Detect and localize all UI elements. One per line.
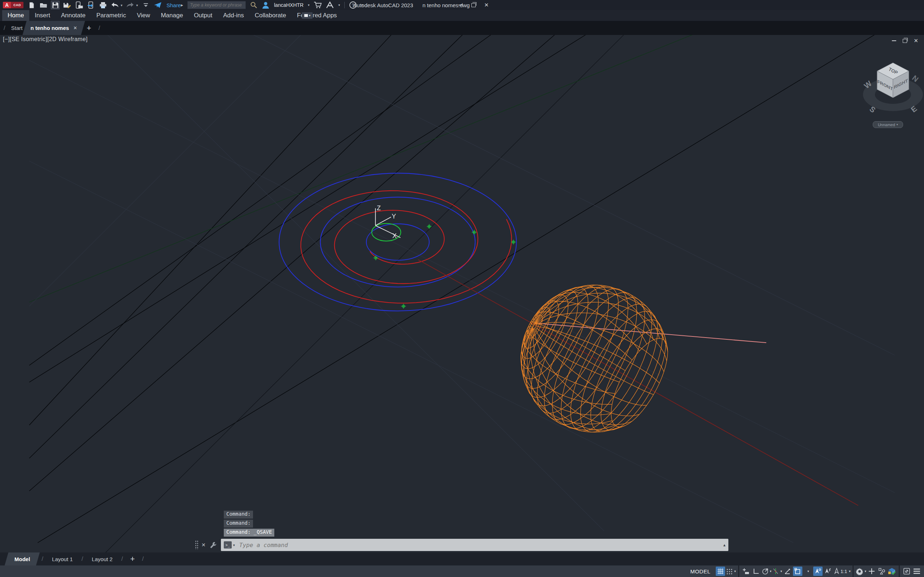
ribbon-tab-collaborate[interactable]: Collaborate (249, 10, 292, 21)
annotation-autoscale-icon (824, 567, 832, 575)
help-icon[interactable]: ? (349, 1, 357, 9)
save-button[interactable] (51, 1, 59, 9)
graphics-performance-button[interactable] (887, 567, 897, 576)
workspace-switching-button[interactable]: ▾ (856, 567, 866, 576)
tab-model[interactable]: Model (6, 553, 38, 566)
object-snap-toggle[interactable] (793, 567, 802, 576)
ribbon-tab-insert[interactable]: Insert (29, 10, 56, 21)
tab-layout2[interactable]: Layout 2 (87, 553, 118, 566)
quick-access-toolbar: A CAD ▾ ▾ (0, 1, 181, 9)
tab-separator: / (0, 24, 9, 32)
undo-button[interactable] (111, 1, 119, 9)
infer-constraints-toggle[interactable] (741, 567, 751, 576)
clean-screen-button[interactable] (902, 567, 911, 576)
share-button[interactable] (154, 1, 162, 9)
autodesk-dropdown[interactable]: ▾ (338, 3, 340, 7)
ribbon-tab-annotate[interactable]: Annotate (56, 10, 91, 21)
command-history-line: Command: (224, 511, 253, 519)
undo-dropdown[interactable]: ▾ (121, 3, 122, 7)
search-box[interactable] (187, 1, 246, 9)
customization-menu-button[interactable] (912, 567, 921, 576)
osnap-dropdown[interactable]: ▾ (803, 567, 813, 576)
file-tab-current[interactable]: n tenho nomes ✕ (24, 21, 83, 35)
share-label[interactable]: Share (166, 2, 181, 8)
ortho-toggle[interactable] (751, 567, 761, 576)
isodraft-dropdown[interactable]: ▾ (780, 569, 782, 573)
model-space-toggle[interactable]: MODEL (690, 568, 710, 574)
plot-button[interactable] (99, 1, 107, 9)
viewport-controls-label[interactable]: [−][SE Isometric][2D Wireframe] (3, 36, 88, 43)
new-file-button[interactable] (27, 1, 36, 9)
annotation-autoscale-toggle[interactable] (823, 567, 833, 576)
ribbon-tab-addins[interactable]: Add-ins (218, 10, 249, 21)
hamburger-icon (913, 568, 921, 574)
ribbon-tab-home[interactable]: Home (2, 10, 29, 21)
polar-dropdown[interactable]: ▾ (770, 569, 772, 573)
restore-button[interactable] (472, 3, 476, 7)
command-input[interactable] (239, 541, 723, 549)
command-input-bar[interactable]: >_ ▾ ▴ (221, 539, 729, 551)
new-tab-button[interactable]: + (83, 23, 95, 33)
annotation-visibility-toggle[interactable] (813, 567, 822, 576)
plus-icon (868, 567, 875, 575)
command-expand-icon[interactable]: ▴ (723, 542, 725, 548)
infer-constraints-icon (743, 567, 750, 575)
user-dropdown[interactable]: ▾ (308, 3, 310, 7)
annotation-scale-dropdown[interactable]: ▾ (849, 569, 851, 573)
ribbon-minimize-toggle[interactable]: ▾ (302, 12, 313, 19)
command-prompt-icon[interactable]: >_ (224, 541, 232, 548)
dock-grip-handle[interactable] (195, 540, 199, 550)
polar-tracking-toggle[interactable]: ▾ (762, 567, 772, 576)
object-snap-tracking-toggle[interactable] (783, 567, 792, 576)
new-layout-button[interactable]: + (127, 554, 139, 564)
ribbon-tab-featured-apps[interactable]: Featured Apps (292, 10, 342, 21)
customize-caret-icon (143, 3, 149, 7)
snap-dropdown[interactable]: ▾ (734, 569, 736, 573)
save-to-web-mobile-button[interactable] (87, 1, 95, 9)
file-tab-close-icon[interactable]: ✕ (73, 25, 77, 31)
file-tab-start[interactable]: Start (9, 21, 25, 35)
tab-separator: / (118, 555, 127, 562)
help-dropdown[interactable]: ▾ (361, 3, 363, 7)
minimize-button[interactable] (459, 5, 463, 5)
autocad-logo-icon[interactable]: A CAD (3, 2, 23, 9)
snap-mode-toggle[interactable]: ▾ (726, 567, 736, 576)
viewport-minimize-button[interactable] (892, 40, 896, 41)
undo-arrow-icon (111, 2, 119, 8)
redo-dropdown[interactable]: ▾ (136, 3, 138, 7)
username-label[interactable]: lancaHXHTR (274, 2, 304, 8)
save-as-button[interactable] (63, 1, 71, 9)
tab-layout1[interactable]: Layout 1 (47, 553, 78, 566)
redo-button[interactable] (126, 1, 134, 9)
dock-wrench-icon[interactable] (209, 541, 216, 548)
ucs-dropdown[interactable]: Unnamed ▾ (873, 121, 903, 128)
dock-close-icon[interactable]: ✕ (201, 542, 206, 548)
grid-toggle[interactable] (716, 567, 725, 576)
open-from-web-mobile-button[interactable] (75, 1, 83, 9)
search-input[interactable] (188, 3, 246, 8)
logo-cad: CAD (11, 2, 23, 8)
workspace-dropdown[interactable]: ▾ (864, 569, 866, 573)
search-expander-icon[interactable]: ▸ (181, 3, 183, 8)
annotation-monitor-button[interactable] (867, 567, 876, 576)
search-icon[interactable] (250, 2, 257, 9)
annotation-scale-icon (834, 567, 840, 575)
autodesk-logo-icon[interactable] (326, 2, 334, 9)
user-avatar[interactable] (262, 1, 270, 9)
viewport-restore-button[interactable] (903, 39, 907, 43)
ribbon-tab-view[interactable]: View (131, 10, 155, 21)
qat-customize-dropdown[interactable] (142, 1, 150, 9)
quick-properties-button[interactable] (877, 567, 887, 576)
open-file-button[interactable] (39, 1, 47, 9)
ribbon-tab-output[interactable]: Output (188, 10, 218, 21)
ribbon-tab-manage[interactable]: Manage (155, 10, 188, 21)
app-store-cart-icon[interactable] (313, 2, 321, 9)
recent-commands-dropdown[interactable]: ▾ (233, 543, 235, 547)
status-separator (899, 566, 900, 577)
viewport-close-button[interactable]: ✕ (914, 37, 918, 44)
ribbon-tab-parametric[interactable]: Parametric (91, 10, 131, 21)
model-space-canvas[interactable]: ZYX (0, 35, 924, 553)
annotation-scale-button[interactable]: 1:1 ▾ (834, 567, 851, 576)
close-button[interactable]: ✕ (485, 2, 489, 8)
isodraft-toggle[interactable]: ▾ (772, 567, 782, 576)
